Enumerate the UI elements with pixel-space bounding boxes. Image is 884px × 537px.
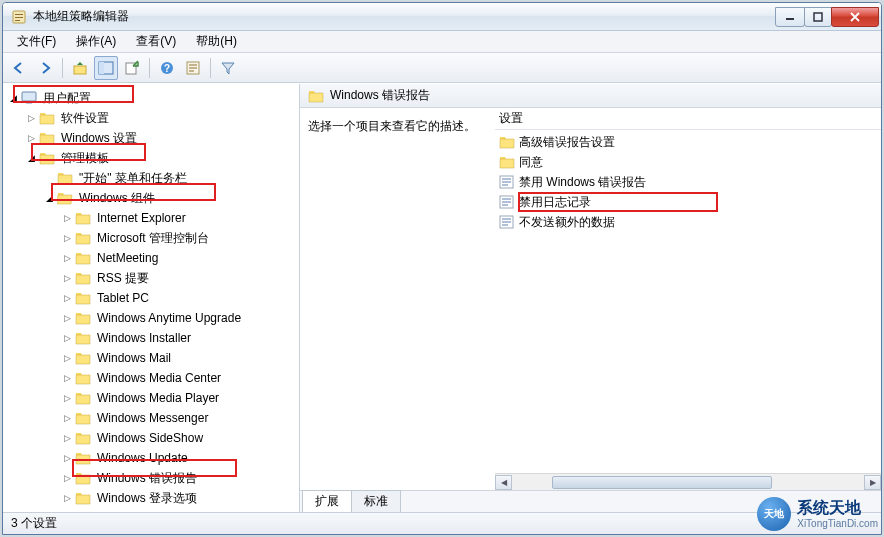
- expand-icon[interactable]: ◢: [7, 92, 19, 104]
- tree-item[interactable]: ▷Windows Anytime Upgrade: [61, 308, 299, 328]
- scroll-track[interactable]: [512, 475, 864, 490]
- scroll-thumb[interactable]: [552, 476, 772, 489]
- expand-icon[interactable]: ▷: [25, 112, 37, 124]
- forward-button[interactable]: [33, 56, 57, 80]
- help-icon: ?: [159, 60, 175, 76]
- list-item[interactable]: 禁用 Windows 错误报告: [495, 172, 881, 192]
- policy-setting-icon: [499, 175, 515, 189]
- folder-open-icon: [57, 191, 73, 205]
- maximize-button[interactable]: [804, 7, 832, 27]
- tree-user-config[interactable]: ◢ 用户配置: [7, 88, 299, 108]
- details-pane: Windows 错误报告 选择一个项目来查看它的描述。 设置 高级错误报告设置同…: [300, 84, 881, 512]
- close-button[interactable]: [831, 7, 879, 27]
- description-prompt: 选择一个项目来查看它的描述。: [308, 118, 487, 135]
- minimize-button[interactable]: [775, 7, 805, 27]
- list-item[interactable]: 同意: [495, 152, 881, 172]
- computer-icon: [21, 91, 37, 105]
- tree-item[interactable]: ▷Windows Update: [61, 448, 299, 468]
- export-button[interactable]: [120, 56, 144, 80]
- folder-icon: [75, 291, 91, 305]
- back-button[interactable]: [7, 56, 31, 80]
- tree-item[interactable]: ▷Windows Mail: [61, 348, 299, 368]
- menu-action[interactable]: 操作(A): [66, 31, 126, 52]
- folder-icon: [39, 131, 55, 145]
- tree-item[interactable]: ▷Windows Messenger: [61, 408, 299, 428]
- item-label: 禁用 Windows 错误报告: [519, 174, 646, 191]
- tree-start-menu[interactable]: ▷ "开始" 菜单和任务栏: [43, 168, 299, 188]
- show-tree-button[interactable]: [94, 56, 118, 80]
- tab-standard[interactable]: 标准: [351, 490, 401, 512]
- folder-icon: [308, 89, 324, 103]
- tree-item[interactable]: ▷Windows Media Player: [61, 388, 299, 408]
- app-icon: [11, 9, 27, 25]
- tree-pane[interactable]: ◢ 用户配置 ▷ 软件设置 ▷ Windows 设置: [3, 84, 300, 512]
- tree-windows-settings[interactable]: ▷ Windows 设置: [25, 128, 299, 148]
- window-buttons: [776, 7, 879, 27]
- tree-windows-components[interactable]: ◢ Windows 组件: [43, 188, 299, 208]
- expand-icon[interactable]: ▷: [61, 252, 73, 264]
- tree-item[interactable]: ▷Windows Media Center: [61, 368, 299, 388]
- expand-icon[interactable]: ▷: [61, 492, 73, 504]
- expand-icon[interactable]: ▷: [61, 352, 73, 364]
- tree-item[interactable]: ▷Microsoft 管理控制台: [61, 228, 299, 248]
- tab-extended[interactable]: 扩展: [302, 490, 352, 512]
- expand-icon[interactable]: ▷: [61, 272, 73, 284]
- menu-help[interactable]: 帮助(H): [186, 31, 247, 52]
- horizontal-scrollbar[interactable]: ◀ ▶: [495, 473, 881, 490]
- up-button[interactable]: [68, 56, 92, 80]
- item-label: 禁用日志记录: [519, 194, 591, 211]
- svg-rect-4: [786, 18, 794, 20]
- properties-button[interactable]: [181, 56, 205, 80]
- expand-icon[interactable]: ▷: [61, 232, 73, 244]
- expand-icon[interactable]: ▷: [61, 392, 73, 404]
- policy-setting-icon: [499, 215, 515, 229]
- folder-icon: [75, 311, 91, 325]
- expand-icon[interactable]: ▷: [61, 472, 73, 484]
- expand-icon[interactable]: ▷: [61, 312, 73, 324]
- tree-item[interactable]: ▷Windows SideShow: [61, 428, 299, 448]
- settings-list[interactable]: 高级错误报告设置同意禁用 Windows 错误报告禁用日志记录不发送额外的数据: [495, 130, 881, 473]
- list-item[interactable]: 高级错误报告设置: [495, 132, 881, 152]
- tree-software-settings[interactable]: ▷ 软件设置: [25, 108, 299, 128]
- item-label: 同意: [519, 154, 543, 171]
- filter-button[interactable]: [216, 56, 240, 80]
- tree-label: Windows 设置: [59, 130, 139, 147]
- menu-file[interactable]: 文件(F): [7, 31, 66, 52]
- tree-label: 软件设置: [59, 110, 111, 127]
- scroll-right-button[interactable]: ▶: [864, 475, 881, 490]
- column-header-setting[interactable]: 设置: [495, 108, 881, 130]
- expand-icon[interactable]: ▷: [61, 292, 73, 304]
- tree-label: Windows Mail: [95, 351, 173, 365]
- folder-icon: [75, 331, 91, 345]
- expand-icon[interactable]: ◢: [43, 192, 55, 204]
- tree-label: 管理模板: [59, 150, 111, 167]
- expand-icon[interactable]: ▷: [61, 412, 73, 424]
- tree-admin-templates[interactable]: ◢ 管理模板: [25, 148, 299, 168]
- back-icon: [11, 60, 27, 76]
- menu-view[interactable]: 查看(V): [126, 31, 186, 52]
- expand-icon[interactable]: ▷: [61, 432, 73, 444]
- tree-item[interactable]: ▷Windows 错误报告: [61, 468, 299, 488]
- expand-icon[interactable]: ◢: [25, 152, 37, 164]
- expand-icon[interactable]: ▷: [61, 372, 73, 384]
- tree-item[interactable]: ▷RSS 提要: [61, 268, 299, 288]
- folder-icon: [39, 151, 55, 165]
- tree-item[interactable]: ▷Internet Explorer: [61, 208, 299, 228]
- list-item[interactable]: 不发送额外的数据: [495, 212, 881, 232]
- help-button[interactable]: ?: [155, 56, 179, 80]
- svg-text:?: ?: [164, 63, 170, 74]
- expand-icon[interactable]: ▷: [61, 332, 73, 344]
- expand-icon[interactable]: ▷: [25, 132, 37, 144]
- list-item[interactable]: 禁用日志记录: [495, 192, 881, 212]
- scroll-left-button[interactable]: ◀: [495, 475, 512, 490]
- filter-icon: [220, 60, 236, 76]
- expand-icon[interactable]: ▷: [61, 452, 73, 464]
- tree-item[interactable]: ▷NetMeeting: [61, 248, 299, 268]
- tree-item[interactable]: ▷Tablet PC: [61, 288, 299, 308]
- tree-item[interactable]: ▷Windows Installer: [61, 328, 299, 348]
- svg-rect-8: [99, 62, 104, 74]
- tree-item[interactable]: ▷Windows 登录选项: [61, 488, 299, 508]
- folder-icon: [75, 351, 91, 365]
- expand-icon[interactable]: ▷: [61, 212, 73, 224]
- folder-icon: [75, 451, 91, 465]
